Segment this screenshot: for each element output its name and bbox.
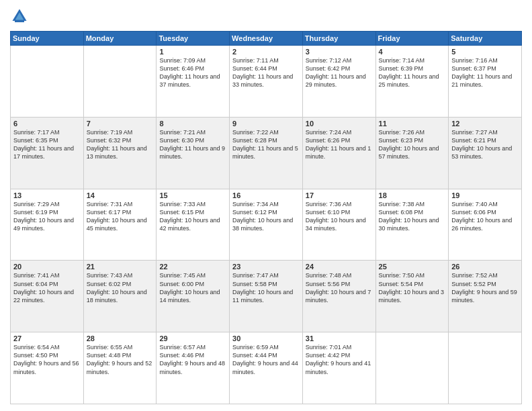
calendar-cell	[83, 46, 157, 118]
day-number: 29	[159, 334, 226, 342]
cell-info: Sunrise: 7:21 AM Sunset: 6:30 PM Dayligh…	[159, 128, 226, 161]
calendar-cell: 10Sunrise: 7:24 AM Sunset: 6:26 PM Dayli…	[302, 117, 375, 189]
cell-info: Sunrise: 7:26 AM Sunset: 6:23 PM Dayligh…	[379, 128, 446, 161]
day-number: 10	[306, 120, 373, 128]
page: SundayMondayTuesdayWednesdayThursdayFrid…	[0, 0, 532, 411]
calendar-cell: 2Sunrise: 7:11 AM Sunset: 6:44 PM Daylig…	[230, 46, 303, 118]
cell-info: Sunrise: 7:50 AM Sunset: 5:54 PM Dayligh…	[379, 271, 446, 304]
day-number: 26	[451, 263, 519, 271]
cell-info: Sunrise: 7:01 AM Sunset: 4:42 PM Dayligh…	[306, 343, 373, 376]
day-number: 9	[232, 120, 300, 128]
calendar-cell: 5Sunrise: 7:16 AM Sunset: 6:37 PM Daylig…	[449, 46, 522, 118]
cell-info: Sunrise: 6:57 AM Sunset: 4:46 PM Dayligh…	[159, 343, 226, 376]
day-number: 1	[159, 48, 226, 56]
cell-info: Sunrise: 7:17 AM Sunset: 6:35 PM Dayligh…	[13, 128, 81, 161]
day-number: 31	[306, 334, 373, 342]
calendar-cell: 23Sunrise: 7:47 AM Sunset: 5:58 PM Dayli…	[230, 261, 303, 332]
calendar-cell: 12Sunrise: 7:27 AM Sunset: 6:21 PM Dayli…	[449, 117, 522, 189]
calendar-cell: 27Sunrise: 6:54 AM Sunset: 4:50 PM Dayli…	[11, 332, 84, 404]
day-number: 15	[159, 191, 226, 199]
calendar-table: SundayMondayTuesdayWednesdayThursdayFrid…	[10, 31, 522, 404]
calendar-cell: 22Sunrise: 7:45 AM Sunset: 6:00 PM Dayli…	[157, 261, 230, 332]
cell-info: Sunrise: 7:29 AM Sunset: 6:19 PM Dayligh…	[13, 200, 81, 233]
day-number: 17	[306, 191, 373, 199]
cell-info: Sunrise: 7:38 AM Sunset: 6:08 PM Dayligh…	[379, 200, 446, 233]
day-number: 27	[13, 334, 81, 342]
cell-info: Sunrise: 7:31 AM Sunset: 6:17 PM Dayligh…	[87, 200, 154, 233]
weekday-header-saturday: Saturday	[449, 32, 522, 46]
day-number: 16	[232, 191, 300, 199]
day-number: 8	[159, 120, 226, 128]
day-number: 18	[379, 191, 446, 199]
day-number: 11	[379, 120, 446, 128]
calendar-cell: 28Sunrise: 6:55 AM Sunset: 4:48 PM Dayli…	[83, 332, 157, 404]
day-number: 30	[232, 334, 300, 342]
cell-info: Sunrise: 7:52 AM Sunset: 5:52 PM Dayligh…	[451, 271, 519, 304]
cell-info: Sunrise: 6:54 AM Sunset: 4:50 PM Dayligh…	[13, 343, 81, 376]
calendar-row-0: 1Sunrise: 7:09 AM Sunset: 6:46 PM Daylig…	[11, 46, 522, 118]
day-number: 4	[379, 48, 446, 56]
calendar-cell	[375, 332, 449, 404]
day-number: 5	[451, 48, 519, 56]
calendar-row-4: 27Sunrise: 6:54 AM Sunset: 4:50 PM Dayli…	[11, 332, 522, 404]
logo-icon	[10, 7, 29, 26]
calendar-cell: 7Sunrise: 7:19 AM Sunset: 6:32 PM Daylig…	[83, 117, 157, 189]
calendar-row-1: 6Sunrise: 7:17 AM Sunset: 6:35 PM Daylig…	[11, 117, 522, 189]
calendar-cell: 29Sunrise: 6:57 AM Sunset: 4:46 PM Dayli…	[157, 332, 230, 404]
calendar-cell: 4Sunrise: 7:14 AM Sunset: 6:39 PM Daylig…	[375, 46, 449, 118]
day-number: 28	[87, 334, 154, 342]
cell-info: Sunrise: 7:41 AM Sunset: 6:04 PM Dayligh…	[13, 271, 81, 304]
cell-info: Sunrise: 7:47 AM Sunset: 5:58 PM Dayligh…	[232, 271, 300, 304]
day-number: 23	[232, 263, 300, 271]
logo	[10, 7, 32, 26]
day-number: 22	[159, 263, 226, 271]
cell-info: Sunrise: 7:24 AM Sunset: 6:26 PM Dayligh…	[306, 128, 373, 161]
calendar-cell: 30Sunrise: 6:59 AM Sunset: 4:44 PM Dayli…	[230, 332, 303, 404]
cell-info: Sunrise: 6:59 AM Sunset: 4:44 PM Dayligh…	[232, 343, 300, 376]
cell-info: Sunrise: 7:40 AM Sunset: 6:06 PM Dayligh…	[451, 200, 519, 233]
cell-info: Sunrise: 7:36 AM Sunset: 6:10 PM Dayligh…	[306, 200, 373, 233]
calendar-cell	[11, 46, 84, 118]
header	[10, 7, 522, 26]
day-number: 20	[13, 263, 81, 271]
calendar-cell: 15Sunrise: 7:33 AM Sunset: 6:15 PM Dayli…	[157, 189, 230, 261]
calendar-cell: 11Sunrise: 7:26 AM Sunset: 6:23 PM Dayli…	[375, 117, 449, 189]
calendar-cell: 31Sunrise: 7:01 AM Sunset: 4:42 PM Dayli…	[302, 332, 375, 404]
cell-info: Sunrise: 7:45 AM Sunset: 6:00 PM Dayligh…	[159, 271, 226, 304]
calendar-cell	[449, 332, 522, 404]
cell-info: Sunrise: 7:27 AM Sunset: 6:21 PM Dayligh…	[451, 128, 519, 161]
day-number: 7	[87, 120, 154, 128]
calendar-cell: 21Sunrise: 7:43 AM Sunset: 6:02 PM Dayli…	[83, 261, 157, 332]
day-number: 12	[451, 120, 519, 128]
calendar-cell: 6Sunrise: 7:17 AM Sunset: 6:35 PM Daylig…	[11, 117, 84, 189]
calendar-cell: 18Sunrise: 7:38 AM Sunset: 6:08 PM Dayli…	[375, 189, 449, 261]
weekday-header-sunday: Sunday	[11, 32, 84, 46]
weekday-header-thursday: Thursday	[302, 32, 375, 46]
calendar-cell: 1Sunrise: 7:09 AM Sunset: 6:46 PM Daylig…	[157, 46, 230, 118]
weekday-header-monday: Monday	[83, 32, 157, 46]
cell-info: Sunrise: 7:11 AM Sunset: 6:44 PM Dayligh…	[232, 56, 300, 89]
calendar-cell: 20Sunrise: 7:41 AM Sunset: 6:04 PM Dayli…	[11, 261, 84, 332]
day-number: 21	[87, 263, 154, 271]
cell-info: Sunrise: 7:43 AM Sunset: 6:02 PM Dayligh…	[87, 271, 154, 304]
calendar-cell: 26Sunrise: 7:52 AM Sunset: 5:52 PM Dayli…	[449, 261, 522, 332]
day-number: 24	[306, 263, 373, 271]
day-number: 2	[232, 48, 300, 56]
cell-info: Sunrise: 7:48 AM Sunset: 5:56 PM Dayligh…	[306, 271, 373, 304]
cell-info: Sunrise: 7:09 AM Sunset: 6:46 PM Dayligh…	[159, 56, 226, 89]
day-number: 19	[451, 191, 519, 199]
calendar-cell: 19Sunrise: 7:40 AM Sunset: 6:06 PM Dayli…	[449, 189, 522, 261]
weekday-header-friday: Friday	[375, 32, 449, 46]
cell-info: Sunrise: 7:14 AM Sunset: 6:39 PM Dayligh…	[379, 56, 446, 89]
calendar-cell: 14Sunrise: 7:31 AM Sunset: 6:17 PM Dayli…	[83, 189, 157, 261]
calendar-cell: 16Sunrise: 7:34 AM Sunset: 6:12 PM Dayli…	[230, 189, 303, 261]
day-number: 6	[13, 120, 81, 128]
day-number: 13	[13, 191, 81, 199]
calendar-cell: 24Sunrise: 7:48 AM Sunset: 5:56 PM Dayli…	[302, 261, 375, 332]
svg-rect-2	[15, 20, 24, 22]
cell-info: Sunrise: 7:34 AM Sunset: 6:12 PM Dayligh…	[232, 200, 300, 233]
cell-info: Sunrise: 7:12 AM Sunset: 6:42 PM Dayligh…	[306, 56, 373, 89]
day-number: 3	[306, 48, 373, 56]
cell-info: Sunrise: 6:55 AM Sunset: 4:48 PM Dayligh…	[87, 343, 154, 376]
cell-info: Sunrise: 7:16 AM Sunset: 6:37 PM Dayligh…	[451, 56, 519, 89]
